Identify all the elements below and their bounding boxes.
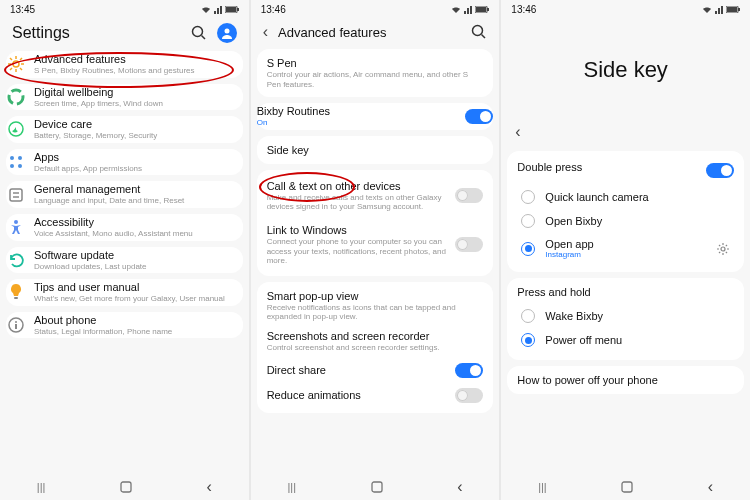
apps-icon (6, 152, 26, 172)
svg-rect-32 (487, 8, 489, 11)
settings-item-about[interactable]: About phoneStatus, Legal information, Ph… (6, 312, 243, 339)
settings-item-general[interactable]: General managementLanguage and input, Da… (6, 181, 243, 208)
status-icons (201, 6, 239, 14)
nav-home[interactable] (119, 480, 133, 494)
svg-point-3 (192, 27, 202, 37)
item-title: Link to Windows (267, 224, 448, 236)
search-icon[interactable] (191, 25, 207, 41)
svg-point-33 (473, 26, 483, 36)
item-title: Side key (267, 144, 484, 156)
option-power-off[interactable]: Power off menu (517, 328, 734, 352)
option-open-bixby[interactable]: Open Bixby (517, 209, 734, 233)
item-title: Direct share (267, 364, 448, 376)
nav-home[interactable] (620, 480, 634, 494)
item-sub: Battery, Storage, Memory, Security (34, 131, 243, 141)
search-icon[interactable] (471, 24, 487, 40)
adv-item-bixby-routines[interactable]: Bixby Routines On (257, 103, 494, 130)
settings-item-advanced[interactable]: Advanced featuresS Pen, Bixby Routines, … (6, 51, 243, 78)
toggle-double-press[interactable] (706, 163, 734, 178)
wifi-icon (201, 6, 211, 14)
toggle-call-text[interactable] (455, 188, 483, 203)
nav-back[interactable]: ‹ (207, 478, 212, 496)
wifi-icon (451, 6, 461, 14)
item-sub: Make and receive calls and texts on othe… (267, 193, 448, 212)
svg-rect-1 (226, 7, 236, 12)
settings-list: Advanced featuresS Pen, Bixby Routines, … (0, 51, 249, 472)
settings-item-wellbeing[interactable]: Digital wellbeingScreen time, App timers… (6, 84, 243, 111)
status-time: 13:46 (261, 4, 286, 15)
item-sub: Voice Assistant, Mono audio, Assistant m… (34, 229, 243, 239)
item-sub: Control your air actions, Air command me… (267, 70, 484, 89)
section-label: Double press (517, 161, 698, 173)
settings-item-accessibility[interactable]: AccessibilityVoice Assistant, Mono audio… (6, 214, 243, 241)
svg-line-45 (726, 251, 727, 252)
radio-icon (521, 333, 535, 347)
nav-home[interactable] (370, 480, 384, 494)
toggle-direct-share[interactable] (455, 363, 483, 378)
nav-recents[interactable]: ||| (37, 481, 46, 493)
section-label: Press and hold (517, 286, 734, 298)
nav-recents[interactable]: ||| (287, 481, 296, 493)
radio-icon (521, 214, 535, 228)
back-button[interactable]: ‹ (263, 23, 268, 41)
svg-point-27 (15, 321, 17, 323)
item-sub: Connect your phone to your computer so y… (267, 237, 448, 266)
svg-line-46 (719, 251, 720, 252)
item-title: S Pen (267, 57, 484, 69)
adv-item-spen[interactable]: S Pen Control your air actions, Air comm… (257, 49, 494, 97)
account-avatar[interactable] (217, 23, 237, 43)
toggle-bixby-routines[interactable] (465, 109, 493, 124)
item-sub: Status, Legal information, Phone name (34, 327, 243, 337)
signal-icon (464, 6, 472, 14)
radio-icon (521, 190, 535, 204)
item-title: Software update (34, 249, 243, 261)
svg-rect-25 (14, 297, 18, 299)
adv-item-direct-share[interactable]: Direct share (267, 361, 484, 380)
item-sub: S Pen, Bixby Routines, Motions and gestu… (34, 66, 243, 76)
option-open-app[interactable]: Open app Instagram (517, 233, 734, 264)
item-title: Smart pop-up view (267, 290, 484, 302)
svg-point-18 (18, 156, 22, 160)
item-title: Advanced features (34, 53, 243, 65)
adv-item-reduce-anim[interactable]: Reduce animations (267, 386, 484, 405)
adv-item-link-windows[interactable]: Link to Windows Connect your phone to yo… (267, 222, 484, 268)
item-title: Apps (34, 151, 243, 163)
svg-line-34 (482, 35, 486, 39)
nav-back[interactable]: ‹ (457, 478, 462, 496)
adv-item-popup[interactable]: Smart pop-up view Receive notifications … (267, 290, 484, 322)
wifi-icon (702, 6, 712, 14)
item-sub: Download updates, Last update (34, 262, 243, 272)
back-button[interactable]: ‹ (515, 123, 520, 140)
settings-item-update[interactable]: Software updateDownload updates, Last up… (6, 247, 243, 274)
svg-line-14 (20, 58, 22, 60)
option-quick-launch-camera[interactable]: Quick launch camera (517, 185, 734, 209)
item-title: About phone (34, 314, 243, 326)
nav-recents[interactable]: ||| (538, 481, 547, 493)
page-title: Side key (501, 17, 750, 123)
adv-item-call-text[interactable]: Call & text on other devices Make and re… (267, 178, 484, 214)
adv-item-screenshots[interactable]: Screenshots and screen recorder Control … (267, 330, 484, 353)
item-title: Screenshots and screen recorder (267, 330, 484, 342)
how-to-power-off[interactable]: How to power off your phone (507, 366, 744, 394)
gear-icon[interactable] (716, 242, 730, 256)
item-title: Tips and user manual (34, 281, 243, 293)
status-icons (451, 6, 489, 14)
item-sub: What's new, Get more from your Galaxy, U… (34, 294, 243, 304)
settings-item-apps[interactable]: AppsDefault apps, App permissions (6, 149, 243, 176)
settings-item-device-care[interactable]: Device careBattery, Storage, Memory, Sec… (6, 116, 243, 143)
adv-item-side-key[interactable]: Side key (257, 136, 494, 164)
status-time: 13:45 (10, 4, 35, 15)
press-hold-section: Press and hold Wake Bixby Power off menu (507, 278, 744, 360)
status-bar: 13:45 (0, 0, 249, 17)
option-wake-bixby[interactable]: Wake Bixby (517, 304, 734, 328)
advanced-icon (6, 54, 26, 74)
svg-rect-2 (237, 8, 239, 11)
device-care-icon (6, 119, 26, 139)
status-icons (702, 6, 740, 14)
item-sub: Default apps, App permissions (34, 164, 243, 174)
toggle-link-windows[interactable] (455, 237, 483, 252)
toggle-reduce-anim[interactable] (455, 388, 483, 403)
settings-item-tips[interactable]: Tips and user manualWhat's new, Get more… (6, 279, 243, 306)
update-icon (6, 250, 26, 270)
nav-back[interactable]: ‹ (708, 478, 713, 496)
